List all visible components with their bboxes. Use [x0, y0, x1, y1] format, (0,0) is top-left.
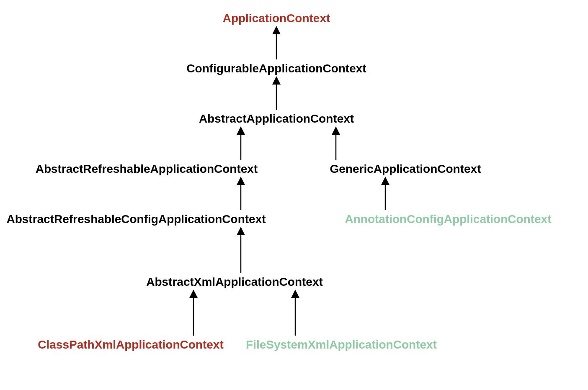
arrows-layer [0, 0, 588, 390]
node-abstract-refreshable-application-context: AbstractRefreshableApplicationContext [36, 162, 258, 176]
node-classpath-xml-application-context: ClassPathXmlApplicationContext [38, 338, 223, 352]
node-configurable-application-context: ConfigurableApplicationContext [186, 62, 366, 75]
node-abstract-xml-application-context: AbstractXmlApplicationContext [146, 275, 323, 289]
node-application-context: ApplicationContext [223, 12, 330, 25]
node-filesystem-xml-application-context: FileSystemXmlApplicationContext [246, 338, 437, 352]
node-abstract-application-context: AbstractApplicationContext [199, 112, 354, 126]
node-abstract-refreshable-config-application-context: AbstractRefreshableConfigApplicationCont… [6, 213, 266, 226]
node-annotation-config-application-context: AnnotationConfigApplicationContext [345, 213, 551, 226]
node-generic-application-context: GenericApplicationContext [330, 162, 481, 176]
